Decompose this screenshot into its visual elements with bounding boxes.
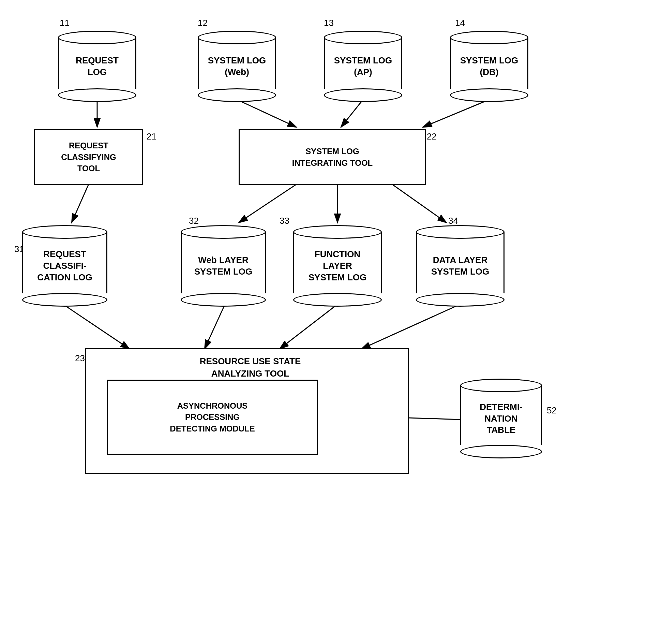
svg-line-3: [341, 100, 363, 127]
label-52: 52: [547, 405, 557, 416]
svg-line-12: [361, 304, 460, 349]
cylinder-mid-12: SYSTEM LOG(Web): [198, 38, 276, 89]
cylinder-bot-31: [22, 293, 107, 307]
label-22: 22: [427, 131, 437, 142]
label-13: 13: [324, 18, 334, 28]
cylinder-top-32: [181, 225, 266, 239]
box-resource-use-state-analyzing-tool: RESOURCE USE STATEANALYZING TOOL ASYNCHR…: [85, 348, 409, 474]
cylinder-top-34: [416, 225, 505, 239]
cylinder-mid-11: REQUESTLOG: [58, 38, 136, 89]
cylinder-top-52: [460, 379, 542, 392]
cylinder-determination-table: DETERMI-NATIONTABLE: [460, 379, 542, 458]
cylinder-bot-14: [450, 88, 528, 102]
label-11: 11: [60, 18, 70, 28]
label-32: 32: [189, 216, 199, 226]
cylinder-top-13: [324, 31, 402, 44]
svg-line-9: [63, 304, 130, 349]
svg-line-11: [280, 304, 337, 349]
box-system-log-integrating-tool: SYSTEM LOGINTEGRATING TOOL: [239, 129, 426, 185]
label-23: 23: [75, 353, 85, 364]
label-21: 21: [147, 131, 156, 142]
cylinder-request-log: REQUESTLOG: [58, 31, 136, 102]
label-12: 12: [198, 18, 208, 28]
cylinder-bot-11: [58, 88, 136, 102]
box-request-classifying-tool: REQUESTCLASSIFYINGTOOL: [34, 129, 143, 185]
cylinder-mid-13: SYSTEM LOG(AP): [324, 38, 402, 89]
cylinder-mid-33: FUNCTIONLAYERSYSTEM LOG: [293, 232, 382, 293]
cylinder-mid-34: DATA LAYERSYSTEM LOG: [416, 232, 505, 293]
cylinder-bot-33: [293, 293, 382, 307]
cylinder-bot-13: [324, 88, 402, 102]
cylinder-top-12: [198, 31, 276, 44]
cylinder-top-14: [450, 31, 528, 44]
diagram-container: 11 12 13 14 21 22 31 32 33 34 23 51 52 R…: [0, 0, 662, 644]
cylinder-system-log-web: SYSTEM LOG(Web): [198, 31, 276, 102]
box-async-processing-detecting-module: ASYNCHRONOUSPROCESSINGDETECTING MODULE: [107, 380, 318, 455]
cylinder-request-classification-log: REQUESTCLASSIFI-CATION LOG: [22, 225, 107, 307]
cylinder-bot-12: [198, 88, 276, 102]
label-33: 33: [280, 216, 289, 226]
cylinder-bot-34: [416, 293, 505, 307]
svg-line-10: [205, 304, 225, 349]
label-34: 34: [448, 216, 458, 226]
cylinder-mid-52: DETERMI-NATIONTABLE: [460, 385, 542, 445]
svg-line-2: [237, 100, 297, 127]
cylinder-mid-14: SYSTEM LOG(DB): [450, 38, 528, 89]
svg-line-4: [423, 100, 489, 127]
cylinder-bot-32: [181, 293, 266, 307]
cylinder-web-layer-system-log: Web LAYERSYSTEM LOG: [181, 225, 266, 307]
label-14: 14: [455, 18, 465, 28]
svg-line-8: [392, 184, 447, 223]
cylinder-system-log-db: SYSTEM LOG(DB): [450, 31, 528, 102]
cylinder-function-layer-system-log: FUNCTIONLAYERSYSTEM LOG: [293, 225, 382, 307]
svg-line-5: [72, 184, 89, 223]
cylinder-data-layer-system-log: DATA LAYERSYSTEM LOG: [416, 225, 505, 307]
cylinder-top-31: [22, 225, 107, 239]
cylinder-top-33: [293, 225, 382, 239]
cylinder-mid-32: Web LAYERSYSTEM LOG: [181, 232, 266, 293]
cylinder-mid-31: REQUESTCLASSIFI-CATION LOG: [22, 232, 107, 293]
cylinder-top-11: [58, 31, 136, 44]
cylinder-system-log-ap: SYSTEM LOG(AP): [324, 31, 402, 102]
cylinder-bot-52: [460, 445, 542, 458]
